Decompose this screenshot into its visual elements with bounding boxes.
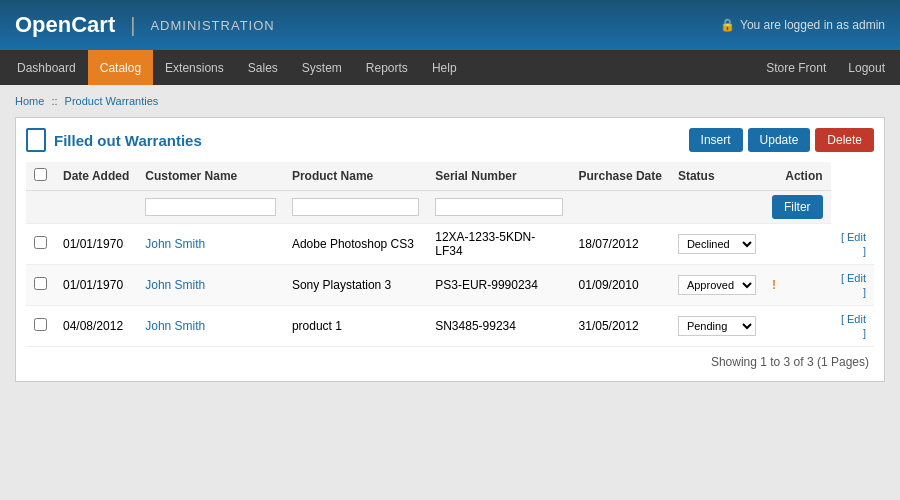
nav-right: Store Front Logout [756, 57, 895, 79]
row-purchase-date: 18/07/2012 [571, 224, 670, 265]
row-checkbox[interactable] [34, 318, 47, 331]
customer-name-link[interactable]: John Smith [145, 278, 205, 292]
row-status: DeclinedApprovedPending [670, 265, 764, 306]
header-buttons: Insert Update Delete [689, 128, 874, 152]
breadcrumb-sep: :: [51, 95, 60, 107]
pagination: Showing 1 to 3 of 3 (1 Pages) [26, 347, 874, 371]
col-customer-name: Customer Name [137, 162, 284, 191]
main-wrapper: Home :: Product Warranties Filled out Wa… [0, 85, 900, 500]
row-checkbox-cell [26, 265, 55, 306]
filter-status [670, 191, 764, 224]
nav-item-catalog[interactable]: Catalog [88, 50, 153, 85]
nav-item-help[interactable]: Help [420, 50, 469, 85]
page-title: Filled out Warranties [54, 132, 202, 149]
content-header: Filled out Warranties Insert Update Dele… [26, 128, 874, 152]
warning-icon: ! [772, 278, 776, 292]
row-purchase-date: 01/09/2010 [571, 265, 670, 306]
customer-name-link[interactable]: John Smith [145, 319, 205, 333]
user-info: 🔒 You are logged in as admin [720, 18, 885, 32]
insert-button[interactable]: Insert [689, 128, 743, 152]
filter-date-added [55, 191, 137, 224]
row-action: [ Edit ] [831, 306, 874, 347]
filter-purchase-date [571, 191, 670, 224]
filter-button[interactable]: Filter [772, 195, 823, 219]
top-header: OpenCart | ADMINISTRATION 🔒 You are logg… [0, 0, 900, 50]
col-date-added: Date Added [55, 162, 137, 191]
filter-product-name [284, 191, 427, 224]
filter-product-name-input[interactable] [292, 198, 419, 216]
row-date-added: 04/08/2012 [55, 306, 137, 347]
logo-area: OpenCart | ADMINISTRATION [15, 12, 275, 38]
content-box: Filled out Warranties Insert Update Dele… [15, 117, 885, 382]
row-warning [764, 224, 831, 265]
table-header-row: Date Added Customer Name Product Name Se… [26, 162, 874, 191]
row-checkbox[interactable] [34, 236, 47, 249]
breadcrumb-home[interactable]: Home [15, 95, 44, 107]
update-button[interactable]: Update [748, 128, 811, 152]
row-warning [764, 306, 831, 347]
row-status: DeclinedApprovedPending [670, 306, 764, 347]
edit-link[interactable]: [ Edit ] [841, 231, 866, 257]
breadcrumb-product-warranties[interactable]: Product Warranties [65, 95, 159, 107]
row-purchase-date: 31/05/2012 [571, 306, 670, 347]
table-row: 04/08/2012John Smithproduct 1SN3485-9923… [26, 306, 874, 347]
row-serial-number: PS3-EUR-9990234 [427, 265, 570, 306]
nav-item-extensions[interactable]: Extensions [153, 50, 236, 85]
nav-item-reports[interactable]: Reports [354, 50, 420, 85]
nav-left: Dashboard Catalog Extensions Sales Syste… [5, 50, 469, 85]
row-checkbox[interactable] [34, 277, 47, 290]
nav-item-dashboard[interactable]: Dashboard [5, 50, 88, 85]
status-select[interactable]: DeclinedApprovedPending [678, 275, 756, 295]
row-customer-name: John Smith [137, 265, 284, 306]
row-action: [ Edit ] [831, 224, 874, 265]
delete-button[interactable]: Delete [815, 128, 874, 152]
col-action: Action [764, 162, 831, 191]
row-date-added: 01/01/1970 [55, 265, 137, 306]
row-serial-number: SN3485-99234 [427, 306, 570, 347]
select-all-col [26, 162, 55, 191]
breadcrumb: Home :: Product Warranties [15, 95, 885, 107]
row-product-name: product 1 [284, 306, 427, 347]
edit-link[interactable]: [ Edit ] [841, 313, 866, 339]
page-title-area: Filled out Warranties [26, 128, 202, 152]
filter-serial-number [427, 191, 570, 224]
row-date-added: 01/01/1970 [55, 224, 137, 265]
row-status: DeclinedApprovedPending [670, 224, 764, 265]
user-status-text: You are logged in as admin [740, 18, 885, 32]
storefront-link[interactable]: Store Front [756, 57, 836, 79]
table-row: 01/01/1970John SmithSony Playstation 3PS… [26, 265, 874, 306]
select-all-checkbox[interactable] [34, 168, 47, 181]
col-serial-number: Serial Number [427, 162, 570, 191]
nav-item-sales[interactable]: Sales [236, 50, 290, 85]
row-checkbox-cell [26, 306, 55, 347]
status-select[interactable]: DeclinedApprovedPending [678, 234, 756, 254]
lock-icon: 🔒 [720, 18, 735, 32]
filter-serial-number-input[interactable] [435, 198, 562, 216]
row-customer-name: John Smith [137, 224, 284, 265]
row-serial-number: 12XA-1233-5KDN-LF34 [427, 224, 570, 265]
row-product-name: Adobe Photoshop CS3 [284, 224, 427, 265]
col-purchase-date: Purchase Date [571, 162, 670, 191]
nav-bar: Dashboard Catalog Extensions Sales Syste… [0, 50, 900, 85]
col-status: Status [670, 162, 764, 191]
warranties-table: Date Added Customer Name Product Name Se… [26, 162, 874, 347]
nav-item-system[interactable]: System [290, 50, 354, 85]
filter-customer-name-input[interactable] [145, 198, 276, 216]
row-product-name: Sony Playstation 3 [284, 265, 427, 306]
row-checkbox-cell [26, 224, 55, 265]
filter-row: Filter [26, 191, 874, 224]
col-product-name: Product Name [284, 162, 427, 191]
logout-link[interactable]: Logout [838, 57, 895, 79]
table-row: 01/01/1970John SmithAdobe Photoshop CS31… [26, 224, 874, 265]
admin-label: ADMINISTRATION [150, 18, 274, 33]
customer-name-link[interactable]: John Smith [145, 237, 205, 251]
pagination-text: Showing 1 to 3 of 3 (1 Pages) [711, 355, 869, 369]
row-action: [ Edit ] [831, 265, 874, 306]
edit-link[interactable]: [ Edit ] [841, 272, 866, 298]
row-customer-name: John Smith [137, 306, 284, 347]
logo: OpenCart [15, 12, 115, 38]
document-icon [26, 128, 46, 152]
filter-action-cell: Filter [764, 191, 831, 224]
logo-divider: | [130, 14, 135, 37]
status-select[interactable]: DeclinedApprovedPending [678, 316, 756, 336]
